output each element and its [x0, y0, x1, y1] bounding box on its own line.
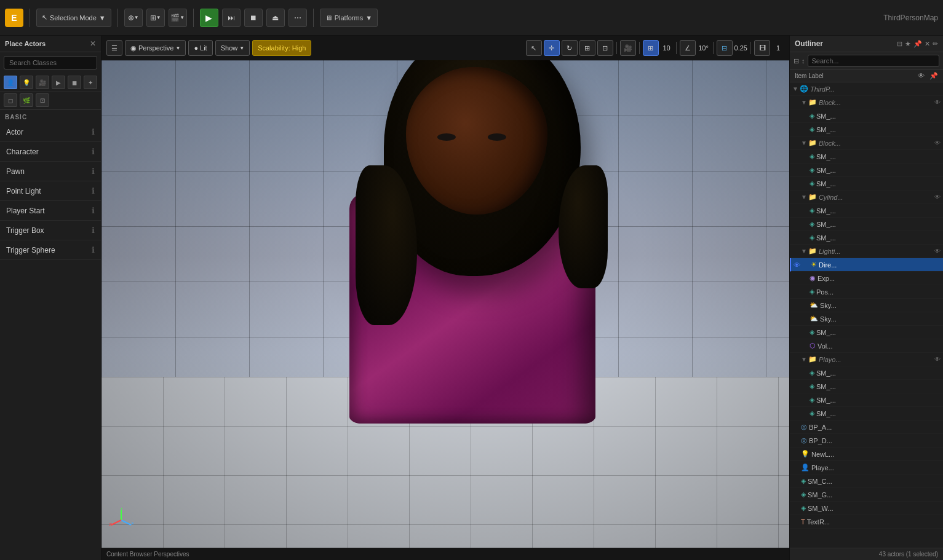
- list-item-player-start[interactable]: Player Start ℹ: [0, 201, 101, 221]
- left-panel-close-button[interactable]: ✕: [90, 39, 96, 48]
- eject-button[interactable]: ⏏: [266, 9, 285, 27]
- platforms-button[interactable]: 🖥 Platforms ▼: [320, 9, 378, 27]
- perspective-button[interactable]: ◉ Perspective ▼: [125, 40, 186, 56]
- pawn-info-icon[interactable]: ℹ: [92, 167, 95, 176]
- play-button[interactable]: ▶: [200, 9, 218, 27]
- tree-item-text[interactable]: T TextR...: [790, 515, 943, 529]
- vis-eye-active-icon[interactable]: 👁: [794, 261, 802, 269]
- filter-misc-icon[interactable]: ⊡: [36, 93, 49, 107]
- search-classes-input[interactable]: [4, 56, 97, 69]
- vis-eye-icon[interactable]: 👁: [934, 356, 941, 363]
- tree-item-sm1[interactable]: ◈ SM_...: [790, 109, 943, 123]
- tree-item-directional-light[interactable]: 👁 ☀ Dire...: [790, 258, 943, 272]
- filter-actors-icon[interactable]: 👤: [4, 76, 17, 89]
- transform-tool-icon[interactable]: ⊡: [597, 40, 613, 56]
- outliner-search-input[interactable]: [808, 55, 940, 67]
- filter-effects-icon[interactable]: ✦: [84, 76, 97, 89]
- tree-item-pos[interactable]: ◈ Pos...: [790, 285, 943, 299]
- tree-item-player[interactable]: 👤 Playe...: [790, 461, 943, 475]
- filter-cameras-icon[interactable]: 🎥: [36, 76, 49, 89]
- tree-item-newl[interactable]: 💡 NewL...: [790, 448, 943, 461]
- vis-eye-icon[interactable]: 👁: [934, 99, 941, 106]
- tree-item-sm3[interactable]: ◈ SM_...: [790, 150, 943, 164]
- filter-volumes-icon[interactable]: ◼: [68, 76, 81, 89]
- outliner-pencil-icon[interactable]: ✏: [933, 40, 938, 48]
- scale-tool-icon[interactable]: ⊞: [579, 40, 595, 56]
- select-tool-icon[interactable]: ↖: [526, 40, 542, 56]
- launch-options-button[interactable]: ⋯: [288, 9, 307, 27]
- show-button[interactable]: Show ▼: [215, 40, 250, 56]
- angle-snap-icon[interactable]: ∠: [680, 40, 696, 56]
- outliner-filter-btn[interactable]: ⊟: [794, 57, 799, 65]
- selection-mode-button[interactable]: ↖ Selection Mode ▼: [36, 9, 111, 27]
- list-item-character[interactable]: Character ℹ: [0, 142, 101, 162]
- point-light-info-icon[interactable]: ℹ: [92, 186, 95, 195]
- tree-item-sm10[interactable]: ◈ SM_...: [790, 366, 943, 380]
- tree-item-sm4[interactable]: ◈ SM_...: [790, 164, 943, 177]
- tree-item-bpa[interactable]: ◎ BP_A...: [790, 420, 943, 434]
- stop-button[interactable]: ⏹: [244, 9, 263, 27]
- trigger-sphere-info-icon[interactable]: ℹ: [92, 245, 95, 254]
- actor-info-icon[interactable]: ℹ: [92, 127, 95, 136]
- tree-item-sm6[interactable]: ◈ SM_...: [790, 204, 943, 218]
- tree-item-smg[interactable]: ◈ SM_G...: [790, 488, 943, 502]
- vis-eye-icon[interactable]: 👁: [934, 194, 941, 200]
- camera-speed-icon[interactable]: 🎥: [620, 40, 636, 56]
- tree-item-smc1[interactable]: ◈ SM_C...: [790, 475, 943, 488]
- character-info-icon[interactable]: ℹ: [92, 147, 95, 156]
- tree-item-lighting[interactable]: ▼ 📁 Lighti... 👁: [790, 245, 943, 258]
- tree-item-blockout2[interactable]: ▼ 📁 Block... 👁: [790, 136, 943, 150]
- tree-item-sky2[interactable]: ⛅ Sky...: [790, 312, 943, 326]
- filter-foliage-icon[interactable]: 🌿: [20, 93, 33, 107]
- tree-item-sm8[interactable]: ◈ SM_...: [790, 231, 943, 245]
- create-actor-button[interactable]: ⊕ ▼: [124, 9, 143, 27]
- tree-item-thirdpersonmap[interactable]: ▼ 🌐 ThirdP...: [790, 82, 943, 96]
- outliner-filter-icon[interactable]: ⊟: [897, 40, 902, 48]
- filter-lights-icon[interactable]: 💡: [20, 76, 33, 89]
- lit-button[interactable]: ● Lit: [188, 40, 212, 56]
- simulate-button[interactable]: ⏭: [222, 9, 241, 27]
- tree-item-sky1[interactable]: ⛅ Sky...: [790, 299, 943, 312]
- viewport-options-button[interactable]: 🎬 ▼: [169, 9, 187, 27]
- transform-button[interactable]: ⊞ ▼: [146, 9, 165, 27]
- scalability-badge[interactable]: Scalability: High: [252, 40, 311, 56]
- vis-eye-icon[interactable]: 👁: [934, 248, 941, 254]
- tree-item-bpd[interactable]: ◎ BP_D...: [790, 434, 943, 448]
- viewport-menu-icon[interactable]: ☰: [106, 40, 122, 56]
- scale-snap-icon[interactable]: ⊟: [717, 40, 733, 56]
- tree-item-exp[interactable]: ◉ Exp...: [790, 272, 943, 285]
- list-item-trigger-sphere[interactable]: Trigger Sphere ℹ: [0, 240, 101, 260]
- outliner-pin-icon[interactable]: 📌: [913, 40, 922, 48]
- move-tool-icon[interactable]: ✛: [544, 40, 560, 56]
- list-item-trigger-box[interactable]: Trigger Box ℹ: [0, 221, 101, 240]
- tree-item-playergroup[interactable]: ▼ 📁 Playo... 👁: [790, 353, 943, 366]
- list-item-pawn[interactable]: Pawn ℹ: [0, 162, 101, 181]
- tree-item-vol[interactable]: ⬡ Vol...: [790, 339, 943, 353]
- tree-item-cylinders[interactable]: ▼ 📁 Cylind... 👁: [790, 191, 943, 204]
- outliner-sort-btn[interactable]: ↕: [802, 57, 805, 65]
- list-item-point-light[interactable]: Point Light ℹ: [0, 181, 101, 201]
- tree-item-sm11[interactable]: ◈ SM_...: [790, 380, 943, 393]
- tree-item-sm13[interactable]: ◈ SM_...: [790, 407, 943, 420]
- outliner-tree[interactable]: ▼ 🌐 ThirdP... ▼ 📁 Block... 👁 ◈ SM_...: [790, 82, 943, 548]
- filter-shapes-icon[interactable]: ▶: [52, 76, 65, 89]
- vis-eye-icon[interactable]: 👁: [934, 140, 941, 146]
- grid-snap-icon[interactable]: ⊞: [643, 40, 659, 56]
- tree-item-sm7[interactable]: ◈ SM_...: [790, 218, 943, 231]
- filter-geometry-icon[interactable]: ◻: [4, 93, 17, 107]
- tree-item-smw[interactable]: ◈ SM_W...: [790, 502, 943, 515]
- player-start-info-icon[interactable]: ℹ: [92, 206, 95, 215]
- tree-item-blockout1[interactable]: ▼ 📁 Block... 👁: [790, 96, 943, 109]
- tree-item-sm9[interactable]: ◈ SM_...: [790, 326, 943, 339]
- outliner-close-icon[interactable]: ✕: [925, 40, 930, 48]
- list-item-actor[interactable]: Actor ℹ: [0, 122, 101, 142]
- tree-item-sm5[interactable]: ◈ SM_...: [790, 177, 943, 191]
- trigger-box-info-icon[interactable]: ℹ: [92, 226, 95, 235]
- viewport-scene[interactable]: X Y Z: [101, 60, 789, 548]
- outliner-settings-icon[interactable]: ★: [905, 40, 911, 48]
- tree-item-sm2[interactable]: ◈ SM_...: [790, 123, 943, 136]
- tree-item-sm12[interactable]: ◈ SM_...: [790, 393, 943, 407]
- viewport[interactable]: ☰ ◉ Perspective ▼ ● Lit Show ▼ Scalabili…: [101, 36, 789, 560]
- camera-fov-icon[interactable]: 🎞: [754, 40, 770, 56]
- rotate-tool-icon[interactable]: ↻: [562, 40, 578, 56]
